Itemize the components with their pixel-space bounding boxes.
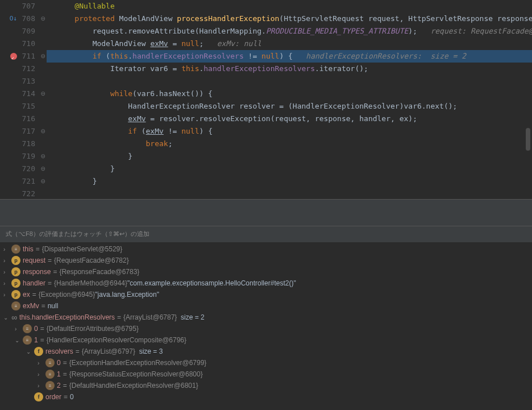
- variable-row[interactable]: › ≡ 0={DefaultErrorAttributes@6795}: [0, 323, 532, 334]
- expand-icon[interactable]: ›: [38, 383, 45, 389]
- code-line[interactable]: 719 ⊖ }: [0, 150, 532, 163]
- code-line[interactable]: 716 exMv = resolver.resolveException(req…: [0, 113, 532, 125]
- code-line[interactable]: O↓708 ⊖ protected ModelAndView processHa…: [0, 13, 532, 25]
- element-icon: ≡: [45, 381, 55, 390]
- collapse-icon[interactable]: ⌄: [26, 349, 34, 355]
- variable-row[interactable]: ⌄ ≡ 1={HandlerExceptionResolverComposite…: [0, 334, 532, 346]
- element-icon: ≡: [11, 301, 20, 310]
- code-line[interactable]: 722: [0, 188, 532, 199]
- expand-icon[interactable]: ›: [38, 360, 45, 366]
- variable-row[interactable]: › ≡ this={DispatcherServlet@5529}: [0, 243, 532, 255]
- element-icon: ≡: [45, 370, 55, 379]
- variable-row[interactable]: ≡ exMv=null: [0, 300, 532, 312]
- fold-icon[interactable]: ⊖: [40, 13, 47, 25]
- code-line[interactable]: 720 ⊖ }: [0, 163, 532, 175]
- code-line[interactable]: 710 ModelAndView exMv = null; exMv: null: [0, 38, 532, 50]
- variable-row[interactable]: ⌄ f resolvers={ArrayList@6797} size = 3: [0, 346, 532, 357]
- expand-icon[interactable]: ›: [3, 280, 11, 287]
- code-line[interactable]: 721 ⊖ }: [0, 175, 532, 188]
- code-line-current[interactable]: 711 ⊖ if (this.handlerExceptionResolvers…: [0, 50, 532, 63]
- expand-icon[interactable]: ›: [3, 292, 11, 298]
- code-line[interactable]: 717 ⊖ if (exMv != null) {: [0, 125, 532, 138]
- fold-icon[interactable]: ⊖: [40, 50, 47, 63]
- code-line[interactable]: 709 request.removeAttribute(HandlerMappi…: [0, 25, 532, 38]
- element-icon: ≡: [23, 324, 32, 333]
- expand-icon[interactable]: ›: [3, 269, 11, 275]
- code-line[interactable]: 707 @Nullable: [0, 0, 532, 13]
- override-icon[interactable]: O↓: [10, 13, 17, 25]
- code-line[interactable]: 715 HandlerExceptionResolver resolver = …: [0, 100, 532, 113]
- variables-pane[interactable]: › ≡ this={DispatcherServlet@5529} › p re…: [0, 242, 532, 403]
- fold-icon[interactable]: ⊖: [40, 88, 47, 100]
- variable-row[interactable]: › p ex={Exception@6945} "java.lang.Excep…: [0, 289, 532, 300]
- code-line[interactable]: 713: [0, 75, 532, 88]
- param-icon: p: [11, 256, 20, 265]
- variable-row[interactable]: › ≡ 2={DefaultHandlerExceptionResolver@6…: [0, 380, 532, 391]
- field-icon: f: [34, 347, 43, 356]
- param-icon: p: [11, 267, 20, 276]
- breakpoint-icon[interactable]: [10, 53, 17, 60]
- expand-icon[interactable]: ›: [3, 258, 11, 264]
- fold-icon[interactable]: ⊖: [40, 163, 47, 175]
- variable-row[interactable]: ⌄ ∞ this.handlerExceptionResolvers={Arra…: [0, 312, 532, 323]
- fold-icon[interactable]: ⊖: [40, 125, 47, 138]
- param-icon: p: [11, 279, 20, 288]
- fold-icon[interactable]: ⊖: [40, 175, 47, 188]
- field-icon: f: [34, 392, 43, 401]
- variable-row[interactable]: › p response={ResponseFacade@6783}: [0, 266, 532, 278]
- variable-row[interactable]: › ≡ 1={ResponseStatusExceptionResolver@6…: [0, 368, 532, 380]
- expand-icon[interactable]: ›: [15, 326, 23, 332]
- element-icon: ≡: [23, 336, 32, 345]
- variable-row[interactable]: f order=0: [0, 391, 532, 403]
- expand-icon[interactable]: ›: [38, 371, 45, 378]
- editor-pane[interactable]: 707 @Nullable O↓708 ⊖ protected ModelAnd…: [0, 0, 532, 199]
- code-line[interactable]: 714 ⊖ while(var6.hasNext()) {: [0, 88, 532, 100]
- watches-input[interactable]: 式（⌥F8）の評価またはウォッチ（⇧⌘↩）の追加: [0, 226, 532, 242]
- code-line[interactable]: 718 break;: [0, 138, 532, 150]
- pane-separator[interactable]: [0, 199, 532, 226]
- fold-icon[interactable]: ⊖: [40, 150, 47, 163]
- vertical-scrollbar-thumb[interactable]: [526, 128, 530, 151]
- line-number: 707: [19, 0, 35, 13]
- collapse-icon[interactable]: ⌄: [3, 314, 11, 321]
- variable-row[interactable]: › p request={RequestFacade@6782}: [0, 255, 532, 266]
- expand-icon[interactable]: ›: [3, 246, 11, 252]
- variable-row[interactable]: › p handler={HandlerMethod@6944} "com.ex…: [0, 278, 532, 289]
- variable-row[interactable]: › ≡ 0={ExceptionHandlerExceptionResolver…: [0, 357, 532, 368]
- element-icon: ≡: [11, 245, 20, 254]
- param-icon: p: [11, 290, 20, 299]
- element-icon: ≡: [45, 358, 55, 367]
- collapse-icon[interactable]: ⌄: [15, 337, 23, 343]
- watch-icon: ∞: [11, 313, 17, 322]
- code-line[interactable]: 712 Iterator var6 = this.handlerExceptio…: [0, 63, 532, 75]
